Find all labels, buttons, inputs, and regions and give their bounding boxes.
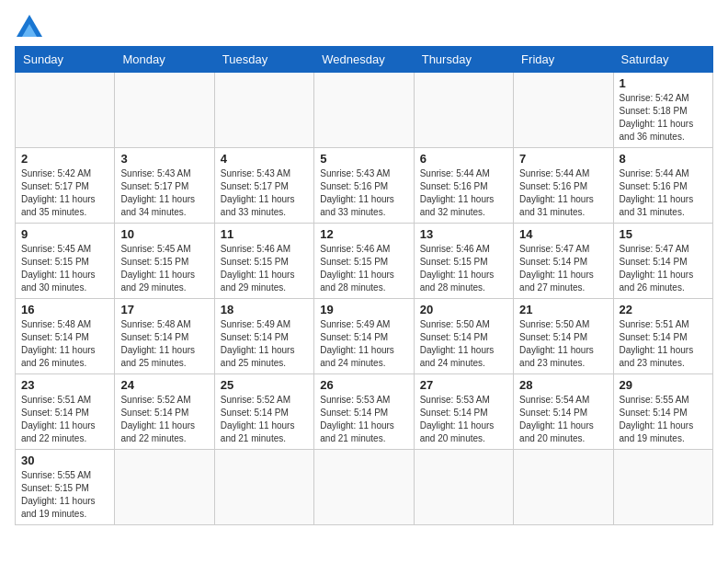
calendar-cell: 8Sunrise: 5:44 AMSunset: 5:16 PMDaylight… xyxy=(613,148,712,224)
calendar-cell: 11Sunrise: 5:46 AMSunset: 5:15 PMDayligh… xyxy=(214,224,313,299)
calendar-cell xyxy=(414,450,513,525)
calendar-cell: 21Sunrise: 5:50 AMSunset: 5:14 PMDayligh… xyxy=(514,299,613,374)
day-info: Sunrise: 5:45 AMSunset: 5:15 PMDaylight:… xyxy=(21,243,108,294)
weekday-header-saturday: Saturday xyxy=(613,47,712,73)
logo-icon xyxy=(17,15,42,37)
day-info: Sunrise: 5:50 AMSunset: 5:14 PMDaylight:… xyxy=(420,318,507,370)
day-info: Sunrise: 5:42 AMSunset: 5:17 PMDaylight:… xyxy=(21,167,108,219)
day-number: 4 xyxy=(221,152,308,166)
weekday-header-wednesday: Wednesday xyxy=(314,47,414,73)
calendar-cell: 20Sunrise: 5:50 AMSunset: 5:14 PMDayligh… xyxy=(414,299,513,374)
day-info: Sunrise: 5:46 AMSunset: 5:15 PMDaylight:… xyxy=(320,243,407,294)
calendar-cell xyxy=(414,73,513,148)
day-info: Sunrise: 5:47 AMSunset: 5:14 PMDaylight:… xyxy=(519,243,607,294)
calendar-cell: 16Sunrise: 5:48 AMSunset: 5:14 PMDayligh… xyxy=(16,299,115,374)
week-row-3: 9Sunrise: 5:45 AMSunset: 5:15 PMDaylight… xyxy=(16,224,713,299)
calendar-cell xyxy=(214,450,313,525)
calendar-cell xyxy=(314,73,414,148)
day-info: Sunrise: 5:44 AMSunset: 5:16 PMDaylight:… xyxy=(519,167,607,219)
day-number: 16 xyxy=(21,303,108,316)
day-number: 3 xyxy=(120,152,208,166)
weekday-header-sunday: Sunday xyxy=(16,47,115,73)
day-number: 9 xyxy=(21,227,108,241)
calendar-cell: 4Sunrise: 5:43 AMSunset: 5:17 PMDaylight… xyxy=(214,148,313,224)
day-info: Sunrise: 5:46 AMSunset: 5:15 PMDaylight:… xyxy=(221,243,308,294)
day-info: Sunrise: 5:47 AMSunset: 5:14 PMDaylight:… xyxy=(620,243,707,294)
week-row-2: 2Sunrise: 5:42 AMSunset: 5:17 PMDaylight… xyxy=(16,148,713,224)
day-number: 10 xyxy=(120,227,208,241)
day-info: Sunrise: 5:53 AMSunset: 5:14 PMDaylight:… xyxy=(420,394,507,445)
week-row-1: 1Sunrise: 5:42 AMSunset: 5:18 PMDaylight… xyxy=(16,73,713,148)
day-info: Sunrise: 5:42 AMSunset: 5:18 PMDaylight:… xyxy=(620,92,707,144)
calendar-cell: 13Sunrise: 5:46 AMSunset: 5:15 PMDayligh… xyxy=(414,224,513,299)
calendar-cell xyxy=(613,450,712,525)
calendar-cell xyxy=(16,73,115,148)
calendar-cell: 25Sunrise: 5:52 AMSunset: 5:14 PMDayligh… xyxy=(214,374,313,450)
day-info: Sunrise: 5:46 AMSunset: 5:15 PMDaylight:… xyxy=(420,243,507,294)
day-number: 19 xyxy=(320,303,407,316)
day-info: Sunrise: 5:49 AMSunset: 5:14 PMDaylight:… xyxy=(320,318,407,370)
day-number: 20 xyxy=(420,303,507,316)
day-number: 22 xyxy=(620,303,707,316)
day-info: Sunrise: 5:55 AMSunset: 5:15 PMDaylight:… xyxy=(21,469,108,521)
weekday-header-row: SundayMondayTuesdayWednesdayThursdayFrid… xyxy=(16,47,713,73)
day-info: Sunrise: 5:51 AMSunset: 5:14 PMDaylight:… xyxy=(620,318,707,370)
calendar-cell xyxy=(115,450,214,525)
calendar-cell: 17Sunrise: 5:48 AMSunset: 5:14 PMDayligh… xyxy=(115,299,214,374)
day-info: Sunrise: 5:53 AMSunset: 5:14 PMDaylight:… xyxy=(320,394,407,445)
day-number: 24 xyxy=(120,378,208,392)
week-row-5: 23Sunrise: 5:51 AMSunset: 5:14 PMDayligh… xyxy=(16,374,713,450)
day-number: 29 xyxy=(620,378,707,392)
calendar-cell xyxy=(314,450,414,525)
weekday-header-thursday: Thursday xyxy=(414,47,513,73)
day-info: Sunrise: 5:49 AMSunset: 5:14 PMDaylight:… xyxy=(221,318,308,370)
calendar-cell: 23Sunrise: 5:51 AMSunset: 5:14 PMDayligh… xyxy=(16,374,115,450)
day-number: 26 xyxy=(320,378,407,392)
logo xyxy=(15,15,42,37)
day-number: 25 xyxy=(221,378,308,392)
calendar-cell: 29Sunrise: 5:55 AMSunset: 5:14 PMDayligh… xyxy=(613,374,712,450)
day-info: Sunrise: 5:55 AMSunset: 5:14 PMDaylight:… xyxy=(620,394,707,445)
day-number: 17 xyxy=(120,303,208,316)
day-number: 11 xyxy=(221,227,308,241)
day-info: Sunrise: 5:44 AMSunset: 5:16 PMDaylight:… xyxy=(620,167,707,219)
calendar-cell: 24Sunrise: 5:52 AMSunset: 5:14 PMDayligh… xyxy=(115,374,214,450)
day-info: Sunrise: 5:43 AMSunset: 5:17 PMDaylight:… xyxy=(221,167,308,219)
calendar-cell xyxy=(514,450,613,525)
calendar-cell: 3Sunrise: 5:43 AMSunset: 5:17 PMDaylight… xyxy=(115,148,214,224)
calendar-cell: 28Sunrise: 5:54 AMSunset: 5:14 PMDayligh… xyxy=(514,374,613,450)
day-number: 7 xyxy=(519,152,607,166)
calendar-cell: 1Sunrise: 5:42 AMSunset: 5:18 PMDaylight… xyxy=(613,73,712,148)
day-number: 30 xyxy=(21,454,108,467)
day-number: 27 xyxy=(420,378,507,392)
day-info: Sunrise: 5:50 AMSunset: 5:14 PMDaylight:… xyxy=(519,318,607,370)
day-info: Sunrise: 5:43 AMSunset: 5:16 PMDaylight:… xyxy=(320,167,407,219)
page-container: SundayMondayTuesdayWednesdayThursdayFrid… xyxy=(15,15,713,525)
calendar-cell: 26Sunrise: 5:53 AMSunset: 5:14 PMDayligh… xyxy=(314,374,414,450)
calendar-cell xyxy=(514,73,613,148)
calendar-cell: 12Sunrise: 5:46 AMSunset: 5:15 PMDayligh… xyxy=(314,224,414,299)
day-number: 23 xyxy=(21,378,108,392)
day-number: 6 xyxy=(420,152,507,166)
calendar-cell: 2Sunrise: 5:42 AMSunset: 5:17 PMDaylight… xyxy=(16,148,115,224)
calendar-table: SundayMondayTuesdayWednesdayThursdayFrid… xyxy=(15,46,713,525)
week-row-6: 30Sunrise: 5:55 AMSunset: 5:15 PMDayligh… xyxy=(16,450,713,525)
day-info: Sunrise: 5:51 AMSunset: 5:14 PMDaylight:… xyxy=(21,394,108,445)
week-row-4: 16Sunrise: 5:48 AMSunset: 5:14 PMDayligh… xyxy=(16,299,713,374)
day-number: 8 xyxy=(620,152,707,166)
weekday-header-friday: Friday xyxy=(514,47,613,73)
day-number: 5 xyxy=(320,152,407,166)
day-number: 2 xyxy=(21,152,108,166)
calendar-cell: 30Sunrise: 5:55 AMSunset: 5:15 PMDayligh… xyxy=(16,450,115,525)
calendar-cell xyxy=(115,73,214,148)
calendar-cell: 18Sunrise: 5:49 AMSunset: 5:14 PMDayligh… xyxy=(214,299,313,374)
day-info: Sunrise: 5:52 AMSunset: 5:14 PMDaylight:… xyxy=(221,394,308,445)
calendar-cell xyxy=(214,73,313,148)
day-info: Sunrise: 5:52 AMSunset: 5:14 PMDaylight:… xyxy=(120,394,208,445)
day-number: 12 xyxy=(320,227,407,241)
calendar-cell: 7Sunrise: 5:44 AMSunset: 5:16 PMDaylight… xyxy=(514,148,613,224)
day-info: Sunrise: 5:48 AMSunset: 5:14 PMDaylight:… xyxy=(120,318,208,370)
calendar-cell: 9Sunrise: 5:45 AMSunset: 5:15 PMDaylight… xyxy=(16,224,115,299)
day-info: Sunrise: 5:45 AMSunset: 5:15 PMDaylight:… xyxy=(120,243,208,294)
day-number: 13 xyxy=(420,227,507,241)
